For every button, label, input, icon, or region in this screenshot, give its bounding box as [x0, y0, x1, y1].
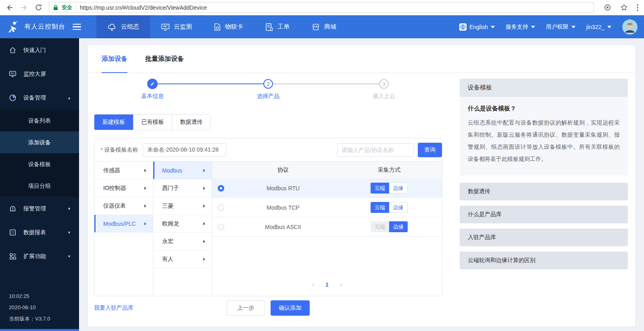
confirm-add-button[interactable]: 确认添加 — [271, 300, 310, 316]
service-support-dropdown[interactable]: 服务支持 — [506, 23, 535, 31]
browser-refresh-icon[interactable] — [35, 4, 42, 11]
edge-toggle[interactable]: 边缘 — [389, 202, 408, 213]
sidebar-item-device-list[interactable]: 设备列表 — [0, 110, 79, 131]
chevron-down-icon: ▼ — [67, 254, 71, 258]
device-submenu: 设备列表 添加设备 设备模板 项目分组 — [0, 110, 79, 197]
cloud-toggle[interactable]: 云端 — [371, 183, 389, 194]
category-instrument[interactable]: 仪器仪表 — [94, 197, 153, 215]
language-dropdown[interactable]: English — [459, 23, 495, 31]
menu-collapse-icon[interactable] — [73, 24, 81, 30]
storefront-icon — [311, 23, 320, 31]
arrow-right-icon — [144, 187, 146, 190]
brand-modbus[interactable]: Modbus — [153, 162, 212, 179]
brand-mitsubishi[interactable]: 三菱 — [153, 197, 212, 215]
brand-siemens[interactable]: 西门子 — [153, 179, 212, 197]
address-bar[interactable]: 安全 https://mp.usr.cn/#/cloudV2/device/Vi… — [49, 2, 594, 13]
page-number[interactable]: 1 — [325, 281, 329, 288]
sidebar-item-device-management[interactable]: 设备管理 ▲ — [0, 86, 79, 110]
tab-new-template[interactable]: 新建模板 — [94, 114, 133, 130]
tab-existing-template[interactable]: 已有模板 — [133, 114, 172, 130]
product-selection-panel: * 设备模板名称 查询 传感器 — [94, 138, 442, 296]
tab-add-device[interactable]: 添加设备 — [102, 45, 127, 73]
sidebar-item-quick-start[interactable]: 快速入门 — [0, 38, 79, 62]
stepper: 基本信息 2 选择产品 — [95, 79, 442, 100]
nav-item-iot-card[interactable]: 物联卡 — [203, 15, 254, 38]
category-column: 传感器 IO控制器 仪器仪表 Modbus/PLC — [94, 162, 153, 296]
table-header: 协议 采集方式 — [212, 162, 442, 179]
table-row: Modbus RTU 云端 边缘 — [212, 179, 442, 198]
brand-usr[interactable]: 有人 — [153, 250, 212, 268]
sidebar: 快速入门 监控大屏 设备管理 ▲ 设备列表 添加设备 设备模板 项目分组 报警管… — [0, 38, 79, 331]
category-sensor[interactable]: 传感器 — [94, 162, 153, 179]
sidebar-item-add-device[interactable]: 添加设备 — [0, 131, 79, 153]
secure-lock-icon — [53, 4, 58, 10]
page-tabs: 添加设备 批量添加设备 — [88, 45, 635, 73]
arrow-right-icon — [203, 222, 205, 225]
protocol-name: Modbus ASCII — [230, 224, 336, 230]
tab-data-passthrough[interactable]: 数据透传 — [172, 114, 210, 130]
browser-back-icon[interactable] — [6, 4, 14, 12]
nav-item-cloud-scada[interactable]: 云组态 — [96, 15, 150, 38]
join-product-library-link[interactable]: 我要入驻产品库 — [94, 304, 133, 312]
chevron-down-icon: ▼ — [67, 231, 71, 235]
footer-actions: 我要入驻产品库 上一步 确认添加 — [94, 300, 442, 316]
browser-target-icon[interactable] — [604, 4, 611, 11]
globe-icon — [459, 23, 467, 31]
alarm-icon — [9, 205, 17, 212]
sidebar-footer: 10:02:25 2020-06-10 当前版本：V3.7.0 — [9, 291, 50, 325]
nav-item-work-order[interactable]: 工单 — [254, 15, 300, 38]
radio-modbus-ascii[interactable] — [218, 224, 224, 230]
arrow-right-icon — [203, 258, 205, 261]
protocol-name: Modbus RTU — [230, 185, 336, 192]
sidebar-item-device-template[interactable]: 设备模板 — [0, 153, 79, 175]
category-io-controller[interactable]: IO控制器 — [94, 179, 153, 197]
bookmark-star-icon[interactable] — [620, 4, 628, 11]
url-separator — [76, 4, 76, 11]
report-icon — [9, 229, 17, 236]
sidebar-item-project-group[interactable]: 项目分组 — [0, 175, 79, 197]
sidebar-bottom-strip — [0, 329, 79, 331]
header-protocol: 协议 — [230, 167, 336, 174]
category-modbus-plc[interactable]: Modbus/PLC — [94, 215, 153, 233]
brand-fatek[interactable]: 永宏 — [153, 233, 212, 250]
edge-toggle[interactable]: 边缘 — [389, 183, 408, 194]
accordion-data-passthrough[interactable]: 数据透传 — [460, 183, 628, 200]
nav-item-mall[interactable]: 商城 — [300, 15, 347, 38]
page-prev-icon[interactable] — [312, 281, 314, 288]
edge-toggle[interactable]: 边缘 — [389, 221, 408, 232]
template-name-label: 设备模板名称 — [104, 146, 138, 154]
tab-batch-add-device[interactable]: 批量添加设备 — [145, 45, 184, 73]
accordion-join-product-library[interactable]: 入驻产品库 — [460, 229, 628, 246]
page-next-icon[interactable] — [340, 281, 342, 288]
accordion-what-is-product-library[interactable]: 什么是产品库 — [460, 206, 628, 223]
brand-omron[interactable]: 欧姆龙 — [153, 215, 212, 233]
avatar[interactable] — [622, 19, 638, 35]
sidebar-item-extensions[interactable]: 扩展功能 ▼ — [0, 244, 79, 268]
cloud-toggle[interactable]: 云端 — [371, 221, 389, 232]
product-search-input[interactable] — [337, 143, 414, 157]
accordion-cloud-vs-edge[interactable]: 云端轮询和边缘计算的区别 — [460, 252, 628, 269]
step2-number: 2 — [263, 79, 273, 89]
previous-step-button[interactable]: 上一步 — [227, 300, 265, 316]
nav-item-cloud-monitor[interactable]: 云监测 — [150, 15, 203, 38]
template-name-input[interactable] — [143, 143, 226, 157]
cloud-toggle[interactable]: 云端 — [371, 202, 389, 213]
chevron-down-icon — [531, 26, 535, 28]
browser-menu-icon[interactable] — [637, 4, 638, 11]
radio-modbus-tcp[interactable] — [218, 204, 224, 211]
sidebar-item-data-report[interactable]: 数据报表 ▼ — [0, 221, 79, 244]
brand-title: 有人云控制台 — [24, 23, 65, 31]
header-method: 采集方式 — [336, 167, 442, 174]
query-button[interactable]: 查询 — [418, 143, 442, 157]
protocol-table: 协议 采集方式 Modbus RTU 云端 边缘 — [212, 162, 442, 296]
help-question: 什么是设备模板？ — [468, 105, 620, 112]
browser-forward-icon[interactable] — [20, 4, 28, 12]
sidebar-item-monitor-screen[interactable]: 监控大屏 — [0, 62, 79, 86]
sidebar-item-alarm-management[interactable]: 报警管理 ▼ — [0, 197, 79, 221]
big-screen-icon — [9, 70, 17, 78]
grid-apps-icon — [9, 252, 17, 260]
user-permission-dropdown[interactable]: 用户权限 — [546, 23, 575, 31]
radio-modbus-rtu[interactable] — [218, 185, 224, 192]
arrow-right-icon — [203, 204, 205, 208]
username-dropdown[interactable]: jin322_ — [586, 24, 611, 30]
